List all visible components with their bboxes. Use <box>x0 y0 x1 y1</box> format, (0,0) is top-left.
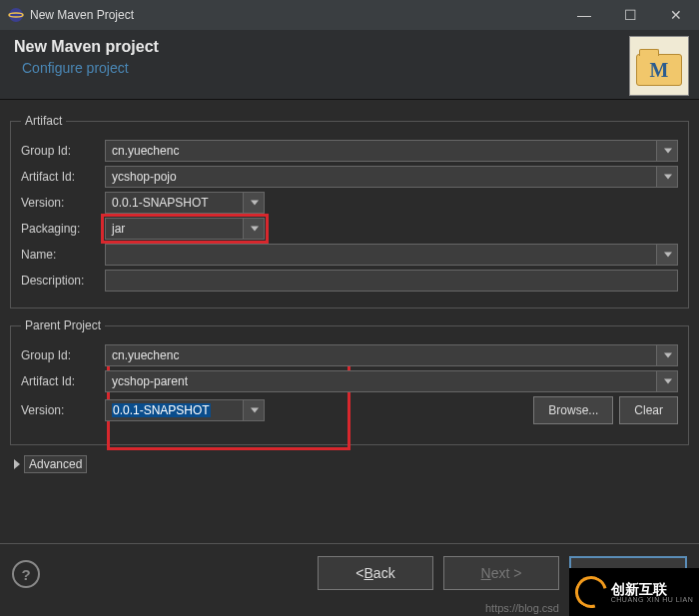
brand-logo: 创新互联 CHUANG XIN HU LIAN <box>569 568 699 616</box>
group-id-field[interactable]: cn.yuechenc <box>105 140 678 162</box>
window-title: New Maven Project <box>30 8 134 22</box>
artifact-id-field[interactable]: ycshop-pojo <box>105 166 678 188</box>
chevron-down-icon <box>664 253 672 258</box>
maximize-button[interactable]: ☐ <box>607 0 653 30</box>
banner-title: New Maven project <box>14 38 685 56</box>
banner-subtitle: Configure project <box>22 60 685 76</box>
packaging-field[interactable]: jar <box>105 218 265 240</box>
parent-legend: Parent Project <box>21 318 105 332</box>
next-button: Next > <box>443 556 559 590</box>
close-button[interactable]: ✕ <box>653 0 699 30</box>
chevron-down-icon <box>664 149 672 154</box>
parent-version-field[interactable]: 0.0.1-SNAPSHOT <box>105 399 265 421</box>
name-field[interactable] <box>105 244 678 266</box>
parent-group: Parent Project Group Id: cn.yuechenc Art… <box>10 318 689 445</box>
titlebar: New Maven Project — ☐ ✕ <box>0 0 699 30</box>
parent-artifact-id-label: Artifact Id: <box>21 374 99 388</box>
browse-button[interactable]: Browse... <box>533 396 613 424</box>
parent-group-id-label: Group Id: <box>21 348 99 362</box>
chevron-down-icon <box>664 175 672 180</box>
wizard-banner: New Maven project Configure project M <box>0 30 699 100</box>
group-id-label: Group Id: <box>21 144 99 158</box>
description-label: Description: <box>21 274 99 288</box>
eclipse-icon <box>8 7 24 23</box>
minimize-button[interactable]: — <box>561 0 607 30</box>
advanced-label: Advanced <box>24 455 87 473</box>
chevron-down-icon <box>664 379 672 384</box>
clear-button[interactable]: Clear <box>619 396 678 424</box>
version-label: Version: <box>21 196 99 210</box>
description-field[interactable] <box>105 270 678 292</box>
name-label: Name: <box>21 248 99 262</box>
version-field[interactable]: 0.0.1-SNAPSHOT <box>105 192 265 214</box>
watermark-text: https://blog.csd <box>485 602 559 614</box>
packaging-label: Packaging: <box>21 222 99 236</box>
back-button[interactable]: < Back <box>318 556 433 590</box>
chevron-down-icon <box>251 201 259 206</box>
parent-artifact-id-field[interactable]: ycshop-parent <box>105 370 678 392</box>
advanced-toggle[interactable]: Advanced <box>14 455 687 473</box>
chevron-down-icon <box>251 408 259 413</box>
chevron-down-icon <box>251 227 259 232</box>
help-icon[interactable]: ? <box>12 560 40 588</box>
parent-group-id-field[interactable]: cn.yuechenc <box>105 344 678 366</box>
artifact-id-label: Artifact Id: <box>21 170 99 184</box>
logo-icon <box>569 570 613 614</box>
artifact-legend: Artifact <box>21 114 66 128</box>
chevron-down-icon <box>664 353 672 358</box>
banner-icon: M <box>629 36 689 96</box>
svg-point-0 <box>9 8 23 22</box>
artifact-group: Artifact Group Id: cn.yuechenc Artifact … <box>10 114 689 308</box>
triangle-right-icon <box>14 459 20 469</box>
parent-version-label: Version: <box>21 403 99 417</box>
window-controls: — ☐ ✕ <box>561 0 699 30</box>
